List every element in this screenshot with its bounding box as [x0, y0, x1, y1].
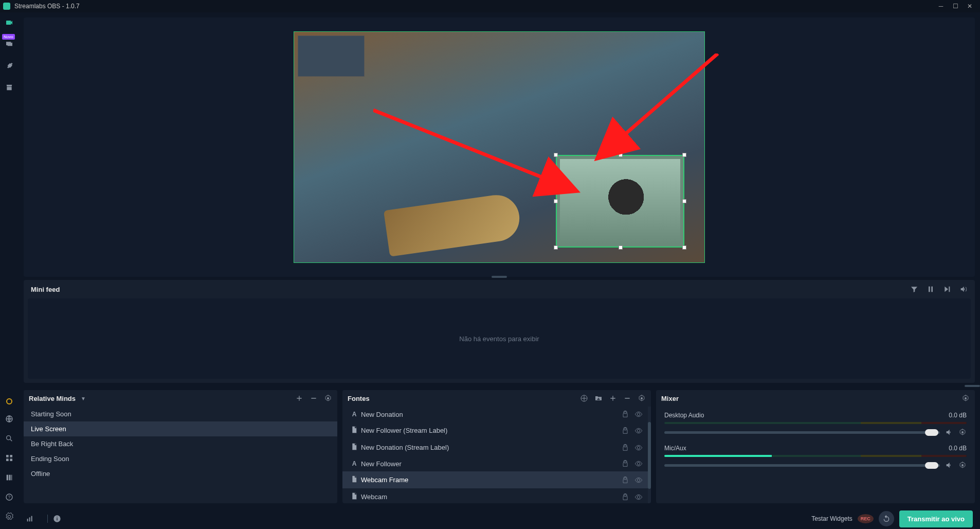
source-lock-icon[interactable]: [621, 427, 629, 435]
sidebar-store-icon[interactable]: [4, 82, 14, 93]
source-row[interactable]: New Follower (Stream Label): [342, 422, 648, 439]
source-lock-icon[interactable]: [621, 493, 629, 501]
source-visibility-icon[interactable]: [634, 493, 643, 501]
scene-settings-icon[interactable]: [324, 394, 332, 402]
game-minimap: [298, 36, 365, 77]
source-row[interactable]: Webcam Frame: [342, 471, 648, 488]
source-settings-icon[interactable]: [638, 394, 646, 402]
slider-thumb[interactable]: [925, 462, 938, 469]
source-lock-icon[interactable]: [621, 444, 629, 452]
svg-rect-4: [6, 459, 9, 461]
scene-row[interactable]: Starting Soon: [24, 407, 337, 421]
source-row[interactable]: ANew Donation: [342, 407, 648, 422]
source-lock-icon[interactable]: [621, 410, 629, 418]
scenes-title: Relative Minds: [29, 395, 76, 402]
record-button[interactable]: REC: [858, 514, 874, 523]
mixer-volume-slider[interactable]: [664, 431, 940, 434]
resize-handle-icon[interactable]: [682, 245, 686, 250]
resize-handle-icon[interactable]: [554, 199, 558, 203]
preview-canvas[interactable]: [294, 31, 705, 263]
svg-rect-25: [57, 517, 57, 517]
source-row[interactable]: ANew Follower: [342, 456, 648, 471]
text-source-icon: A: [348, 460, 361, 467]
source-add-icon[interactable]: [609, 394, 617, 402]
window-close-button[interactable]: ✕: [963, 3, 977, 10]
resize-handle-icon[interactable]: [554, 245, 558, 250]
mixer-channel-db: 0.0 dB: [949, 445, 967, 452]
svg-rect-22: [31, 516, 32, 522]
sidebar-status-dot-icon[interactable]: [6, 398, 12, 404]
svg-rect-21: [29, 517, 30, 521]
source-folder-icon[interactable]: [594, 394, 603, 402]
file-source-icon: [348, 443, 361, 452]
window-maximize-button[interactable]: ☐: [948, 3, 963, 10]
undo-button[interactable]: [879, 511, 894, 526]
scene-row[interactable]: Offline: [24, 466, 337, 481]
mixer-level-meter: [664, 455, 967, 457]
resize-handle-icon[interactable]: [682, 153, 686, 157]
sidebar-apps-icon[interactable]: [4, 61, 14, 71]
resize-handle-icon[interactable]: [619, 245, 623, 250]
svg-rect-2: [6, 455, 9, 457]
source-lock-icon[interactable]: [621, 460, 629, 468]
scene-row[interactable]: Be Right Back: [24, 436, 337, 451]
test-widgets-button[interactable]: Testar Widgets: [811, 515, 852, 522]
sources-title: Fontes: [348, 395, 370, 402]
source-visibility-icon[interactable]: [634, 460, 643, 468]
stats-icon[interactable]: [26, 515, 34, 523]
panel-resize-handle[interactable]: [492, 276, 507, 278]
webcam-overlay[interactable]: [556, 155, 684, 248]
source-visibility-icon[interactable]: [634, 444, 643, 452]
source-label: New Follower: [361, 460, 402, 468]
mixer-channel-settings-icon[interactable]: [958, 461, 967, 469]
window-minimize-button[interactable]: ─: [934, 3, 948, 10]
minifeed-pause-icon[interactable]: [927, 285, 935, 293]
scene-remove-icon[interactable]: [310, 394, 318, 402]
sidebar-globe-icon[interactable]: [4, 414, 14, 424]
minifeed-volume-icon[interactable]: [959, 285, 968, 293]
source-label: New Donation (Stream Label): [361, 444, 449, 451]
mixer-volume-slider[interactable]: [664, 464, 940, 467]
resize-handle-icon[interactable]: [682, 199, 686, 203]
svg-rect-24: [57, 518, 57, 521]
svg-point-15: [327, 397, 329, 399]
sidebar-grid-icon[interactable]: [4, 453, 14, 463]
mixer-mute-icon[interactable]: [945, 461, 953, 469]
source-visibility-icon[interactable]: [634, 476, 643, 484]
source-widget-icon[interactable]: [580, 394, 588, 402]
sidebar-editor-icon[interactable]: [4, 17, 14, 28]
minifeed-skip-icon[interactable]: [943, 285, 951, 293]
scene-label: Offline: [31, 470, 50, 478]
scene-add-icon[interactable]: [295, 394, 303, 402]
panel-resize-handle[interactable]: [965, 385, 980, 387]
source-lock-icon[interactable]: [621, 476, 629, 484]
sidebar-help-icon[interactable]: ?: [4, 492, 14, 502]
mixer-channel-settings-icon[interactable]: [958, 428, 967, 436]
source-visibility-icon[interactable]: [634, 410, 643, 418]
resize-handle-icon[interactable]: [554, 153, 558, 157]
svg-rect-7: [9, 475, 10, 481]
sidebar-themes-icon[interactable]: Novo: [4, 39, 14, 49]
source-label: New Follower (Stream Label): [361, 427, 447, 434]
text-source-icon: A: [348, 411, 361, 418]
resize-handle-icon[interactable]: [619, 153, 623, 157]
minifeed-filter-icon[interactable]: [910, 285, 918, 293]
sidebar-layout-icon[interactable]: [4, 472, 14, 483]
scene-row[interactable]: Ending Soon: [24, 451, 337, 466]
go-live-button[interactable]: Transmitir ao vivo: [899, 510, 973, 527]
scenes-dropdown-icon[interactable]: ▼: [81, 396, 86, 401]
sidebar-search-icon[interactable]: [4, 433, 14, 444]
scrollbar-thumb[interactable]: [648, 422, 651, 489]
mixer-settings-icon[interactable]: [961, 394, 970, 402]
source-visibility-icon[interactable]: [634, 427, 643, 435]
scene-row[interactable]: Live Screen: [24, 421, 337, 436]
source-remove-icon[interactable]: [623, 394, 631, 402]
mixer-mute-icon[interactable]: [945, 428, 953, 436]
slider-thumb[interactable]: [925, 429, 938, 436]
svg-text:?: ?: [8, 495, 11, 500]
source-row[interactable]: Webcam: [342, 488, 648, 503]
preview-area[interactable]: [24, 17, 975, 277]
info-icon[interactable]: [53, 515, 61, 523]
source-row[interactable]: New Donation (Stream Label): [342, 439, 648, 456]
sidebar-settings-icon[interactable]: [4, 512, 14, 522]
